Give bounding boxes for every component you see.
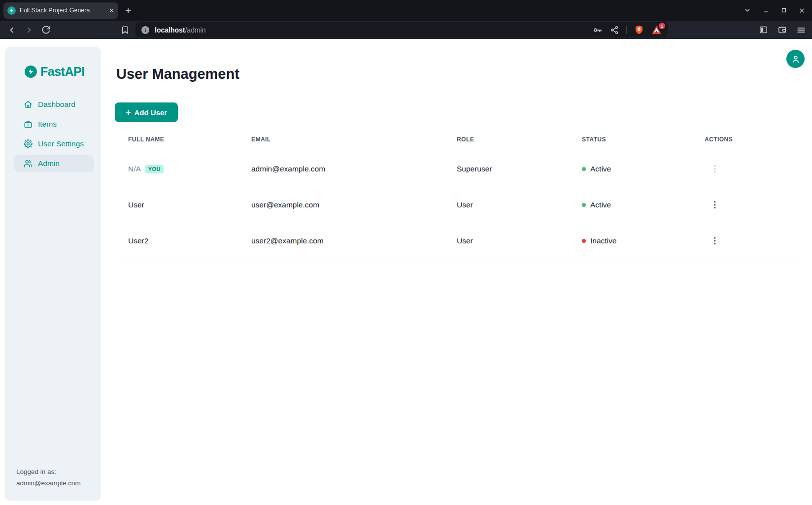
sidebar-footer: Logged in as: admin@example.com (14, 467, 94, 489)
sidebar-item-admin[interactable]: Admin (14, 155, 94, 172)
toolbar-right-icons (759, 25, 806, 35)
sidebar-item-label: User Settings (38, 139, 84, 148)
browser-tab-bar: Full Stack Project Genera ✕ + (0, 0, 812, 21)
toolbar-divider (626, 26, 627, 34)
window-controls (744, 0, 805, 21)
url-path: /admin (185, 26, 205, 34)
cell-actions: ⋮ (705, 187, 804, 223)
cell-full-name: User (115, 187, 251, 223)
row-actions-menu-icon: ⋮ (705, 164, 719, 173)
row-actions-menu-icon[interactable]: ⋮ (705, 200, 719, 209)
page-title: User Management (116, 66, 804, 82)
new-tab-button[interactable]: + (125, 5, 131, 16)
logged-in-label: Logged in as: (16, 467, 94, 477)
col-email: EMAIL (251, 136, 457, 151)
reload-icon[interactable] (41, 25, 51, 34)
status-value: Active (590, 201, 611, 209)
sidebar-panel-icon[interactable] (759, 25, 768, 34)
bookmark-icon[interactable] (121, 26, 130, 34)
cell-email: admin@example.com (251, 151, 457, 187)
browser-tab[interactable]: Full Stack Project Genera ✕ (3, 2, 118, 19)
add-user-label: Add User (135, 108, 168, 117)
status-dot-icon (582, 167, 586, 171)
logo-text: FastAPI (40, 65, 85, 79)
sidebar-item-items[interactable]: Items (14, 115, 94, 133)
window-maximize-icon[interactable] (781, 7, 787, 13)
sidebar-item-label: Dashboard (38, 100, 75, 109)
url-text[interactable]: localhost/admin (155, 26, 206, 34)
browser-toolbar: i localhost/admin 1 (0, 21, 812, 39)
col-role: ROLE (457, 136, 582, 151)
menu-icon[interactable] (796, 25, 806, 35)
cell-email: user2@example.com (251, 223, 457, 259)
logged-in-email: admin@example.com (16, 478, 94, 489)
full-name-value: N/A (128, 165, 141, 173)
back-icon[interactable] (7, 25, 17, 35)
cell-full-name: User2 (115, 223, 251, 259)
you-badge: YOU (145, 165, 164, 173)
tab-title: Full Stack Project Genera (20, 7, 106, 14)
browser-window: Full Stack Project Genera ✕ + (0, 0, 812, 505)
fastapi-favicon-icon (7, 6, 16, 15)
site-info-icon[interactable]: i (141, 26, 149, 34)
share-icon[interactable] (610, 26, 619, 34)
home-icon (24, 100, 33, 109)
cell-status: Active (582, 151, 705, 187)
sidebar-nav: Dashboard Items User Settings Admin (14, 96, 94, 174)
tab-close-icon[interactable]: ✕ (109, 7, 114, 14)
rewards-badge: 1 (659, 23, 665, 29)
wallet-icon[interactable] (778, 25, 787, 34)
user-avatar-button[interactable] (786, 50, 805, 68)
status-dot-icon (582, 239, 586, 243)
key-icon[interactable] (593, 25, 603, 35)
sidebar-item-user-settings[interactable]: User Settings (14, 135, 94, 153)
sidebar-item-dashboard[interactable]: Dashboard (14, 96, 94, 113)
address-bar[interactable]: i localhost/admin 1 (135, 22, 668, 37)
window-minimize-icon[interactable] (763, 7, 769, 14)
cell-actions: ⋮ (705, 223, 804, 259)
user-avatar-icon (791, 54, 801, 64)
cell-status: Inactive (582, 223, 705, 259)
plus-icon: + (126, 108, 131, 117)
gear-icon (24, 139, 33, 148)
cell-email: user@example.com (251, 187, 457, 223)
users-table: FULL NAME EMAIL ROLE STATUS ACTIONS N/AY… (115, 136, 804, 259)
window-close-icon[interactable] (799, 7, 805, 14)
main-content: User Management + Add User FULL NAME EMA… (101, 39, 812, 505)
users-icon (24, 159, 33, 168)
sidebar-item-label: Admin (38, 159, 60, 168)
url-host: localhost (155, 26, 185, 34)
table-header-row: FULL NAME EMAIL ROLE STATUS ACTIONS (115, 136, 804, 151)
table-row: N/AYOU admin@example.com Superuser Activ… (115, 151, 804, 187)
sidebar: FastAPI Dashboard Items User Settings (5, 47, 101, 501)
cell-role: Superuser (457, 151, 582, 187)
status-value: Inactive (590, 236, 616, 245)
app-page: FastAPI Dashboard Items User Settings (0, 39, 812, 505)
brave-rewards-icon[interactable]: 1 (651, 25, 662, 34)
briefcase-icon (24, 120, 33, 129)
forward-icon[interactable] (24, 25, 34, 35)
row-actions-menu-icon[interactable]: ⋮ (705, 236, 719, 245)
sidebar-item-label: Items (38, 120, 57, 129)
cell-status: Active (582, 187, 705, 223)
col-full-name: FULL NAME (115, 136, 251, 151)
fastapi-logo: FastAPI (14, 65, 94, 79)
brave-shield-icon[interactable] (634, 25, 644, 35)
table-row: User user@example.com User Active ⋮ (115, 187, 804, 223)
cell-full-name: N/AYOU (115, 151, 251, 187)
cell-role: User (457, 223, 582, 259)
table-row: User2 user2@example.com User Inactive ⋮ (115, 223, 804, 259)
col-actions: ACTIONS (705, 136, 804, 151)
add-user-button[interactable]: + Add User (115, 102, 178, 122)
status-value: Active (590, 165, 611, 173)
status-dot-icon (582, 203, 586, 207)
cell-role: User (457, 187, 582, 223)
address-bar-icons: 1 (593, 25, 662, 35)
col-status: STATUS (582, 136, 705, 151)
fastapi-bolt-icon (25, 66, 37, 78)
cell-actions: ⋮ (705, 151, 804, 187)
tab-search-chevron-icon[interactable] (744, 7, 751, 14)
nav-buttons (7, 25, 51, 35)
